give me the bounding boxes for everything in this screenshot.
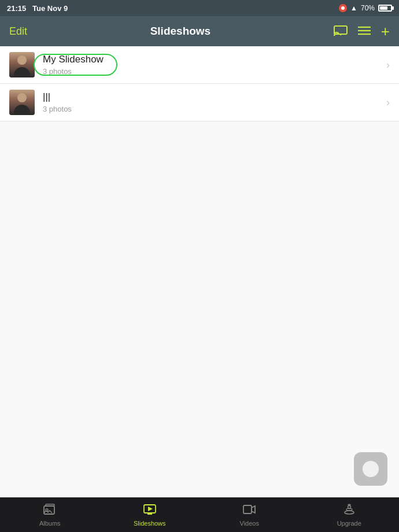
tab-slideshows[interactable]: Slideshows — [127, 504, 173, 527]
edit-button[interactable]: Edit — [9, 25, 27, 38]
svg-marker-11 — [148, 507, 153, 511]
item-info-1: My Slideshow 3 photos — [43, 54, 386, 76]
nav-bar: Edit Slideshows + — [0, 16, 399, 46]
slideshow-title-2: ||| — [43, 91, 386, 103]
svg-point-14 — [345, 511, 354, 514]
svg-rect-6 — [46, 504, 54, 506]
slideshow-list: My Slideshow 3 photos › ||| 3 photos › — [0, 46, 399, 121]
add-icon[interactable]: + — [381, 24, 390, 39]
albums-icon — [43, 504, 56, 518]
nav-actions: + — [334, 24, 390, 39]
tab-bar: Albums Slideshows Videos — [0, 497, 399, 532]
slideshows-icon — [143, 504, 156, 518]
thumbnail-2 — [9, 90, 35, 115]
status-right-icons: ▲ 70% — [339, 4, 392, 12]
battery-icon — [378, 5, 392, 12]
chevron-right-icon-2: › — [386, 97, 390, 109]
content-area: My Slideshow 3 photos › ||| 3 photos › — [0, 46, 399, 497]
item-info-2: ||| 3 photos — [43, 91, 386, 113]
tab-albums-label: Albums — [39, 520, 61, 527]
tab-videos[interactable]: Videos — [226, 504, 272, 527]
tab-upgrade-label: Upgrade — [337, 520, 361, 527]
tab-slideshows-label: Slideshows — [134, 520, 166, 527]
videos-icon — [243, 504, 256, 518]
svg-rect-12 — [243, 505, 252, 513]
list-item[interactable]: My Slideshow 3 photos › — [0, 46, 399, 84]
slideshow-count-1: 3 photos — [43, 67, 386, 76]
recording-indicator — [339, 4, 347, 12]
thumbnail-1 — [9, 52, 35, 77]
page-title: Slideshows — [150, 25, 211, 38]
floating-button-icon — [363, 461, 379, 477]
chevron-right-icon-1: › — [386, 59, 390, 71]
cast-icon[interactable] — [334, 24, 348, 39]
svg-marker-13 — [252, 506, 255, 513]
slideshow-title-1: My Slideshow — [43, 54, 386, 65]
tab-upgrade[interactable]: Upgrade — [326, 504, 372, 527]
status-time: 21:15 Tue Nov 9 — [7, 4, 68, 13]
menu-icon[interactable] — [358, 25, 371, 38]
floating-action-button[interactable] — [354, 452, 387, 486]
upgrade-icon — [343, 504, 356, 518]
tab-videos-label: Videos — [240, 520, 259, 527]
tab-albums[interactable]: Albums — [27, 504, 73, 527]
list-item-2[interactable]: ||| 3 photos › — [0, 84, 399, 121]
status-bar: 21:15 Tue Nov 9 ▲ 70% — [0, 0, 399, 16]
slideshow-count-2: 3 photos — [43, 105, 386, 113]
battery-percentage: 70% — [361, 4, 375, 12]
wifi-icon: ▲ — [350, 4, 357, 12]
